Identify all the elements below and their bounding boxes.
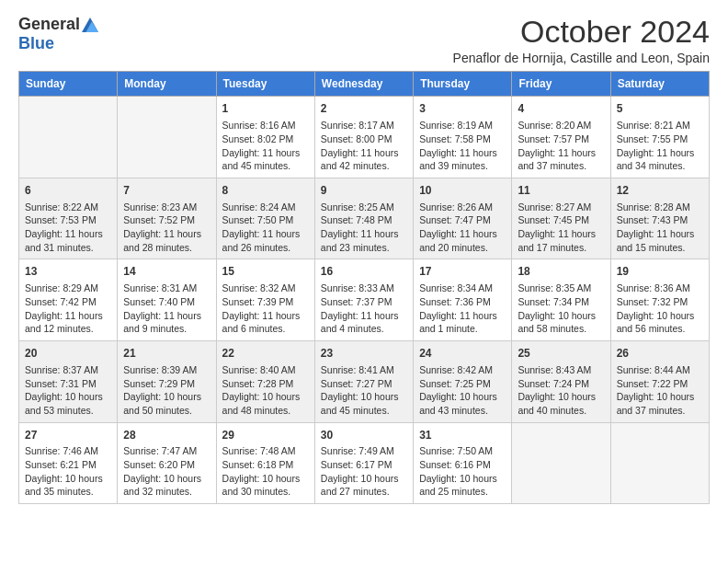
header-tuesday: Tuesday: [216, 72, 314, 97]
table-row: 26Sunrise: 8:44 AMSunset: 7:22 PMDayligh…: [610, 341, 709, 423]
calendar-week-row: 13Sunrise: 8:29 AMSunset: 7:42 PMDayligh…: [19, 259, 710, 341]
cell-day-number: 22: [222, 346, 309, 362]
cell-day-number: 21: [123, 346, 210, 362]
table-row: 22Sunrise: 8:40 AMSunset: 7:28 PMDayligh…: [216, 341, 314, 423]
table-row: 7Sunrise: 8:23 AMSunset: 7:52 PMDaylight…: [118, 178, 216, 259]
cell-day-number: 11: [518, 183, 604, 199]
table-row: 3Sunrise: 8:19 AMSunset: 7:58 PMDaylight…: [414, 97, 512, 178]
table-row: 10Sunrise: 8:26 AMSunset: 7:47 PMDayligh…: [414, 178, 512, 259]
table-row: 21Sunrise: 8:39 AMSunset: 7:29 PMDayligh…: [118, 341, 216, 423]
table-row: 4Sunrise: 8:20 AMSunset: 7:57 PMDaylight…: [512, 97, 610, 178]
cell-info: Sunrise: 8:41 AMSunset: 7:27 PMDaylight:…: [321, 363, 407, 418]
cell-info: Sunrise: 8:17 AMSunset: 8:00 PMDaylight:…: [321, 119, 407, 173]
cell-day-number: 5: [617, 101, 703, 117]
cell-day-number: 23: [321, 346, 407, 362]
table-row: [610, 422, 709, 504]
cell-day-number: 16: [321, 264, 407, 280]
cell-day-number: 31: [419, 428, 506, 443]
table-row: 16Sunrise: 8:33 AMSunset: 7:37 PMDayligh…: [314, 259, 413, 341]
cell-day-number: 13: [25, 264, 111, 280]
cell-day-number: 15: [222, 264, 309, 280]
cell-info: Sunrise: 8:21 AMSunset: 7:55 PMDaylight:…: [617, 119, 703, 173]
cell-info: Sunrise: 8:40 AMSunset: 7:28 PMDaylight:…: [222, 363, 309, 418]
table-row: 8Sunrise: 8:24 AMSunset: 7:50 PMDaylight…: [216, 178, 314, 259]
cell-day-number: 26: [617, 346, 703, 362]
header: General Blue October 2024 Penaflor de Ho…: [18, 15, 710, 65]
cell-info: Sunrise: 8:26 AMSunset: 7:47 PMDaylight:…: [419, 201, 506, 255]
cell-info: Sunrise: 8:20 AMSunset: 7:57 PMDaylight:…: [518, 119, 604, 173]
table-row: 1Sunrise: 8:16 AMSunset: 8:02 PMDaylight…: [216, 97, 314, 178]
table-row: 12Sunrise: 8:28 AMSunset: 7:43 PMDayligh…: [610, 178, 709, 259]
table-row: [512, 422, 610, 504]
cell-info: Sunrise: 8:23 AMSunset: 7:52 PMDaylight:…: [123, 201, 210, 255]
cell-info: Sunrise: 8:32 AMSunset: 7:39 PMDaylight:…: [222, 282, 309, 336]
table-row: [19, 97, 118, 178]
table-row: [118, 97, 216, 178]
logo-icon: [82, 17, 98, 33]
cell-day-number: 29: [222, 428, 309, 443]
header-saturday: Saturday: [610, 72, 709, 97]
cell-info: Sunrise: 8:39 AMSunset: 7:29 PMDaylight:…: [123, 363, 210, 418]
cell-info: Sunrise: 8:35 AMSunset: 7:34 PMDaylight:…: [518, 282, 604, 336]
cell-info: Sunrise: 8:28 AMSunset: 7:43 PMDaylight:…: [617, 201, 703, 255]
calendar-week-row: 6Sunrise: 8:22 AMSunset: 7:53 PMDaylight…: [19, 178, 710, 259]
cell-day-number: 27: [25, 428, 111, 443]
table-row: 14Sunrise: 8:31 AMSunset: 7:40 PMDayligh…: [118, 259, 216, 341]
cell-day-number: 12: [617, 183, 703, 199]
cell-day-number: 25: [518, 346, 604, 362]
cell-day-number: 8: [222, 183, 309, 199]
header-sunday: Sunday: [19, 72, 118, 97]
cell-day-number: 2: [321, 101, 407, 117]
cell-day-number: 30: [321, 428, 407, 443]
cell-info: Sunrise: 8:34 AMSunset: 7:36 PMDaylight:…: [419, 282, 506, 336]
table-row: 28Sunrise: 7:47 AMSunset: 6:20 PMDayligh…: [118, 422, 216, 504]
logo-blue: Blue: [18, 34, 54, 52]
cell-day-number: 19: [617, 264, 703, 280]
table-row: 19Sunrise: 8:36 AMSunset: 7:32 PMDayligh…: [610, 259, 709, 341]
cell-info: Sunrise: 7:50 AMSunset: 6:16 PMDaylight:…: [419, 444, 506, 499]
cell-info: Sunrise: 8:44 AMSunset: 7:22 PMDaylight:…: [617, 363, 703, 418]
table-row: 2Sunrise: 8:17 AMSunset: 8:00 PMDaylight…: [314, 97, 413, 178]
table-row: 11Sunrise: 8:27 AMSunset: 7:45 PMDayligh…: [512, 178, 610, 259]
table-row: 24Sunrise: 8:42 AMSunset: 7:25 PMDayligh…: [414, 341, 512, 423]
cell-info: Sunrise: 7:46 AMSunset: 6:21 PMDaylight:…: [25, 444, 111, 499]
header-monday: Monday: [118, 72, 216, 97]
calendar-header-row: Sunday Monday Tuesday Wednesday Thursday…: [19, 72, 710, 97]
cell-day-number: 3: [419, 101, 506, 117]
header-friday: Friday: [512, 72, 610, 97]
cell-info: Sunrise: 8:37 AMSunset: 7:31 PMDaylight:…: [25, 363, 111, 418]
table-row: 23Sunrise: 8:41 AMSunset: 7:27 PMDayligh…: [314, 341, 413, 423]
cell-info: Sunrise: 8:29 AMSunset: 7:42 PMDaylight:…: [25, 282, 111, 336]
table-row: 25Sunrise: 8:43 AMSunset: 7:24 PMDayligh…: [512, 341, 610, 423]
cell-info: Sunrise: 8:36 AMSunset: 7:32 PMDaylight:…: [617, 282, 703, 336]
table-row: 31Sunrise: 7:50 AMSunset: 6:16 PMDayligh…: [414, 422, 512, 504]
cell-day-number: 4: [518, 101, 604, 117]
table-row: 30Sunrise: 7:49 AMSunset: 6:17 PMDayligh…: [314, 422, 413, 504]
cell-info: Sunrise: 8:33 AMSunset: 7:37 PMDaylight:…: [321, 282, 407, 336]
cell-info: Sunrise: 8:24 AMSunset: 7:50 PMDaylight:…: [222, 201, 309, 255]
table-row: 5Sunrise: 8:21 AMSunset: 7:55 PMDaylight…: [610, 97, 709, 178]
cell-info: Sunrise: 8:19 AMSunset: 7:58 PMDaylight:…: [419, 119, 506, 173]
table-row: 13Sunrise: 8:29 AMSunset: 7:42 PMDayligh…: [19, 259, 118, 341]
calendar-week-row: 1Sunrise: 8:16 AMSunset: 8:02 PMDaylight…: [19, 97, 710, 178]
title-block: October 2024 Penaflor de Hornija, Castil…: [453, 15, 710, 65]
table-row: 20Sunrise: 8:37 AMSunset: 7:31 PMDayligh…: [19, 341, 118, 423]
logo: General Blue: [18, 15, 98, 53]
cell-info: Sunrise: 8:31 AMSunset: 7:40 PMDaylight:…: [123, 282, 210, 336]
cell-day-number: 10: [419, 183, 506, 199]
subtitle: Penaflor de Hornija, Castille and Leon, …: [453, 51, 710, 65]
cell-day-number: 1: [222, 101, 309, 117]
cell-day-number: 18: [518, 264, 604, 280]
table-row: 6Sunrise: 8:22 AMSunset: 7:53 PMDaylight…: [19, 178, 118, 259]
cell-day-number: 14: [123, 264, 210, 280]
cell-info: Sunrise: 8:43 AMSunset: 7:24 PMDaylight:…: [518, 363, 604, 418]
cell-info: Sunrise: 8:42 AMSunset: 7:25 PMDaylight:…: [419, 363, 506, 418]
cell-info: Sunrise: 8:22 AMSunset: 7:53 PMDaylight:…: [25, 201, 111, 255]
table-row: 9Sunrise: 8:25 AMSunset: 7:48 PMDaylight…: [314, 178, 413, 259]
cell-day-number: 24: [419, 346, 506, 362]
cell-info: Sunrise: 7:47 AMSunset: 6:20 PMDaylight:…: [123, 444, 210, 499]
table-row: 18Sunrise: 8:35 AMSunset: 7:34 PMDayligh…: [512, 259, 610, 341]
calendar-week-row: 20Sunrise: 8:37 AMSunset: 7:31 PMDayligh…: [19, 341, 710, 423]
page: General Blue October 2024 Penaflor de Ho…: [0, 0, 728, 519]
cell-day-number: 6: [25, 183, 111, 199]
